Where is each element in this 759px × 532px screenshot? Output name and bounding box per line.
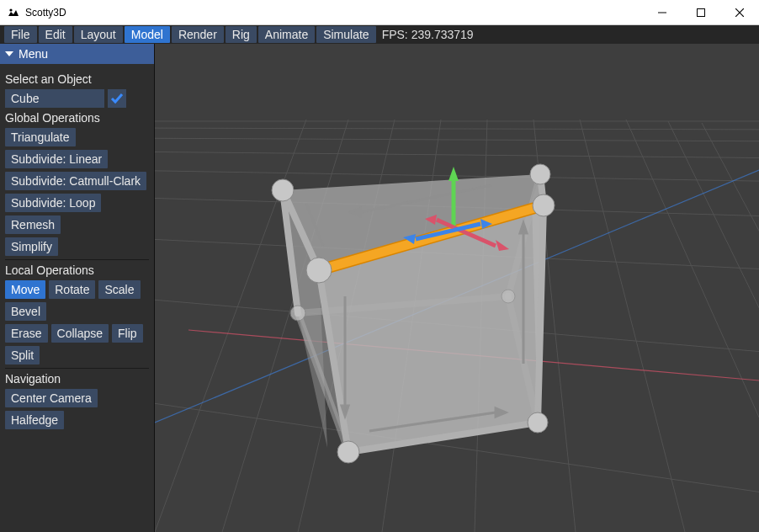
select-object-label: Select an Object: [5, 72, 149, 86]
op-erase[interactable]: Erase: [5, 324, 48, 343]
menu-rig[interactable]: Rig: [226, 26, 257, 43]
op-flip[interactable]: Flip: [112, 324, 143, 343]
nav-label: Navigation: [5, 372, 149, 386]
svg-line-8: [155, 152, 759, 158]
svg-point-57: [502, 290, 515, 303]
divider: [5, 259, 149, 260]
viewport-scene-icon: [155, 44, 759, 532]
svg-point-54: [337, 441, 359, 463]
titlebar: Scotty3D: [0, 0, 759, 25]
global-ops-label: Global Operations: [5, 111, 149, 125]
op-simplify[interactable]: Simplify: [5, 237, 58, 256]
op-bevel[interactable]: Bevel: [5, 302, 46, 321]
caret-down-icon: [5, 51, 13, 56]
app-title: Scotty3D: [25, 7, 66, 19]
viewport-3d[interactable]: [155, 44, 759, 532]
maximize-button[interactable]: [682, 0, 720, 25]
menu-file[interactable]: File: [4, 26, 37, 43]
object-visibility-checkbox[interactable]: [108, 89, 126, 108]
op-split[interactable]: Split: [5, 346, 40, 364]
cube-mesh-icon: [272, 164, 555, 463]
op-rotate[interactable]: Rotate: [49, 280, 95, 299]
op-subdivide-catmull-clark[interactable]: Subdivide: Catmull-Clark: [5, 172, 146, 190]
op-subdivide-loop[interactable]: Subdivide: Loop: [5, 194, 101, 212]
menu-model[interactable]: Model: [125, 26, 170, 43]
minimize-button[interactable]: [643, 0, 682, 25]
object-select[interactable]: Cube: [5, 89, 104, 108]
svg-point-55: [528, 412, 548, 433]
divider: [5, 368, 149, 369]
op-move[interactable]: Move: [5, 280, 45, 299]
menu-render[interactable]: Render: [172, 26, 224, 43]
op-halfedge[interactable]: Halfedge: [5, 411, 64, 429]
svg-rect-2: [698, 8, 705, 16]
op-subdivide-linear[interactable]: Subdivide: Linear: [5, 150, 108, 168]
local-ops-label: Local Operations: [5, 263, 149, 277]
menu-layout[interactable]: Layout: [74, 26, 123, 43]
op-scale[interactable]: Scale: [98, 280, 140, 299]
app-logo-icon: [7, 6, 20, 19]
svg-point-0: [9, 8, 12, 11]
op-collapse[interactable]: Collapse: [51, 324, 109, 343]
svg-line-7: [155, 138, 759, 141]
svg-point-56: [290, 306, 305, 321]
sidebar: Menu Select an Object Cube Global Operat…: [0, 44, 155, 532]
menu-simulate[interactable]: Simulate: [316, 26, 375, 43]
op-remesh[interactable]: Remesh: [5, 215, 61, 234]
menu-animate[interactable]: Animate: [258, 26, 315, 43]
svg-point-53: [533, 194, 555, 216]
op-center-camera[interactable]: Center Camera: [5, 389, 98, 407]
svg-line-6: [155, 128, 759, 130]
svg-point-52: [306, 258, 332, 283]
close-button[interactable]: [720, 0, 759, 25]
svg-marker-59: [448, 167, 459, 181]
svg-line-20: [580, 120, 685, 532]
sidebar-menu-toggle[interactable]: Menu: [0, 44, 154, 64]
svg-point-50: [272, 179, 294, 201]
menu-edit[interactable]: Edit: [39, 26, 72, 43]
menubar: File Edit Layout Model Render Rig Animat…: [0, 25, 759, 44]
op-triangulate[interactable]: Triangulate: [5, 128, 76, 146]
svg-line-23: [702, 123, 759, 313]
svg-point-51: [530, 164, 550, 184]
fps-readout: FPS: 239.733719: [382, 25, 474, 44]
sidebar-menu-label: Menu: [19, 47, 48, 61]
svg-line-22: [668, 121, 759, 397]
